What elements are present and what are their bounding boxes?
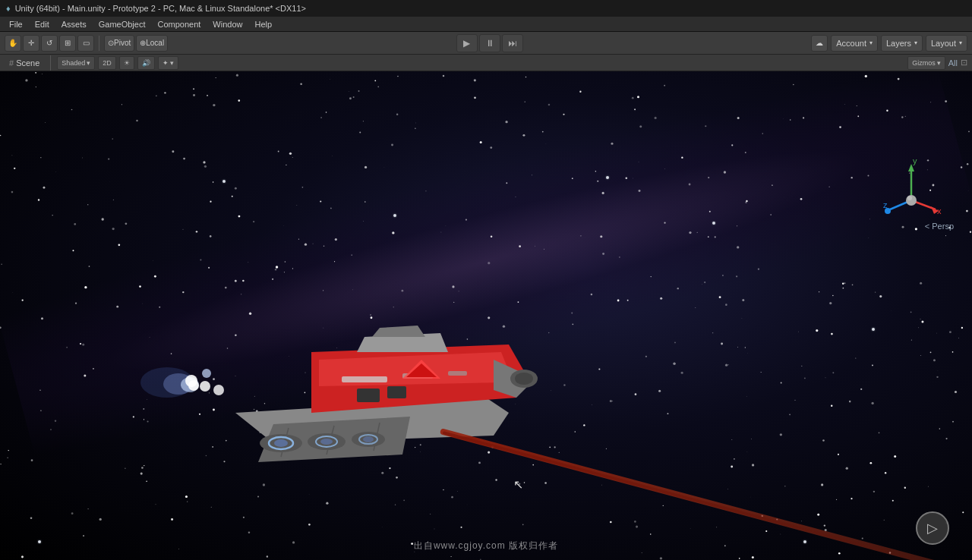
scene-tab[interactable]: # Scene bbox=[5, 57, 44, 69]
pause-btn[interactable]: ⏸ bbox=[479, 34, 500, 52]
fx-label: ✦ bbox=[163, 59, 169, 67]
audio-btn[interactable]: 🔊 bbox=[137, 56, 155, 70]
account-dropdown[interactable]: Account ▾ bbox=[831, 35, 878, 52]
move-tool-btn[interactable]: ✛ bbox=[23, 35, 39, 52]
svg-point-25 bbox=[185, 375, 197, 387]
account-label: Account bbox=[836, 39, 866, 48]
scene-area[interactable]: ↖ y x z < Persp ▷ 出自www.cgjoy.com 版权归作者 bbox=[0, 71, 972, 560]
hand-tool-btn[interactable]: ✋ bbox=[5, 35, 21, 52]
rotate-tool-btn[interactable]: ↺ bbox=[41, 35, 58, 52]
render-arrow: ▾ bbox=[87, 59, 90, 67]
all-label: All bbox=[948, 58, 958, 68]
menu-window[interactable]: Window bbox=[207, 18, 248, 30]
title-bar: ♦ Unity (64bit) - Main.unity - Prototype… bbox=[0, 0, 972, 17]
pivot-label: Pivot bbox=[114, 39, 131, 47]
rect-tool-btn[interactable]: ▭ bbox=[77, 35, 94, 52]
scene-sep-1 bbox=[50, 55, 51, 71]
play-controls: ▶ ⏸ ⏭ bbox=[456, 34, 523, 52]
pivot-icon: ⊙ bbox=[108, 39, 114, 47]
fx-btn[interactable]: ✦ ▾ bbox=[158, 56, 178, 70]
local-btn[interactable]: ⊕ Local bbox=[136, 35, 168, 52]
layout-dropdown[interactable]: Layout ▾ bbox=[926, 35, 967, 52]
svg-rect-13 bbox=[387, 386, 406, 398]
fx-arrow: ▾ bbox=[170, 59, 174, 67]
scene-tab-label: Scene bbox=[16, 58, 39, 68]
scale-tool-btn[interactable]: ⊞ bbox=[59, 35, 76, 52]
svg-point-26 bbox=[200, 381, 210, 392]
menu-edit[interactable]: Edit bbox=[29, 18, 55, 30]
cloud-btn[interactable]: ☁ bbox=[811, 35, 828, 52]
svg-text:z: z bbox=[883, 200, 888, 209]
svg-point-24 bbox=[363, 436, 374, 442]
maximize-btn[interactable]: ⊡ bbox=[961, 58, 967, 68]
toolbar-right: ☁ Account ▾ Layers ▾ Layout ▾ bbox=[811, 35, 967, 52]
layers-dropdown[interactable]: Layers ▾ bbox=[881, 35, 923, 52]
menu-help[interactable]: Help bbox=[248, 18, 278, 30]
menu-assets[interactable]: Assets bbox=[55, 18, 93, 30]
menu-bar: File Edit Assets GameObject Component Wi… bbox=[0, 17, 972, 32]
svg-point-39 bbox=[907, 196, 912, 200]
scene-right-tools: Gizmos ▾ All ⊡ bbox=[907, 56, 967, 70]
layers-label: Layers bbox=[886, 39, 911, 48]
svg-point-27 bbox=[213, 385, 224, 395]
render-mode-label: Shaded bbox=[62, 59, 85, 67]
local-icon: ⊕ bbox=[140, 39, 146, 47]
unity-icon: ♦ bbox=[6, 4, 11, 13]
menu-gameobject[interactable]: GameObject bbox=[93, 18, 152, 30]
pivot-btn[interactable]: ⊙ Pivot bbox=[104, 35, 134, 52]
account-arrow: ▾ bbox=[869, 39, 873, 46]
scene-toolbar: # Scene Shaded ▾ 2D ☀ 🔊 ✦ ▾ Gizmos ▾ All… bbox=[0, 55, 972, 71]
layout-arrow: ▾ bbox=[959, 39, 962, 46]
2d-btn[interactable]: 2D bbox=[98, 56, 116, 70]
menu-file[interactable]: File bbox=[3, 18, 29, 30]
svg-point-28 bbox=[202, 369, 211, 378]
window-title: Unity (64bit) - Main.unity - Prototype 2… bbox=[15, 4, 306, 13]
play-btn[interactable]: ▶ bbox=[456, 34, 478, 52]
watermark: 出自www.cgjoy.com 版权归作者 bbox=[414, 540, 558, 552]
scene-hash-icon: # bbox=[9, 58, 14, 68]
svg-rect-9 bbox=[342, 376, 387, 382]
svg-point-5 bbox=[515, 373, 533, 385]
layers-arrow: ▾ bbox=[914, 39, 917, 46]
toolbar-separator-1 bbox=[99, 36, 99, 51]
svg-text:x: x bbox=[937, 206, 942, 216]
svg-text:y: y bbox=[913, 156, 917, 165]
svg-rect-12 bbox=[357, 389, 380, 402]
play-overlay-btn[interactable]: ▷ bbox=[916, 511, 949, 545]
svg-point-23 bbox=[320, 439, 333, 445]
gizmos-dropdown[interactable]: Gizmos ▾ bbox=[907, 56, 945, 70]
svg-point-22 bbox=[274, 439, 288, 447]
gizmos-arrow: ▾ bbox=[937, 59, 941, 67]
light-btn[interactable]: ☀ bbox=[119, 56, 134, 70]
local-label: Local bbox=[146, 39, 164, 47]
gizmos-label: Gizmos bbox=[912, 59, 936, 67]
render-mode-dropdown[interactable]: Shaded ▾ bbox=[57, 56, 95, 70]
svg-rect-11 bbox=[448, 371, 467, 376]
step-btn[interactable]: ⏭ bbox=[502, 34, 523, 52]
gizmo-compass[interactable]: y x z bbox=[881, 155, 942, 231]
layout-label: Layout bbox=[931, 39, 956, 48]
persp-label[interactable]: < Persp bbox=[925, 222, 954, 231]
menu-component[interactable]: Component bbox=[151, 18, 207, 30]
toolbar: ✋ ✛ ↺ ⊞ ▭ ⊙ Pivot ⊕ Local ▶ ⏸ ⏭ ☁ Accoun… bbox=[0, 32, 972, 55]
